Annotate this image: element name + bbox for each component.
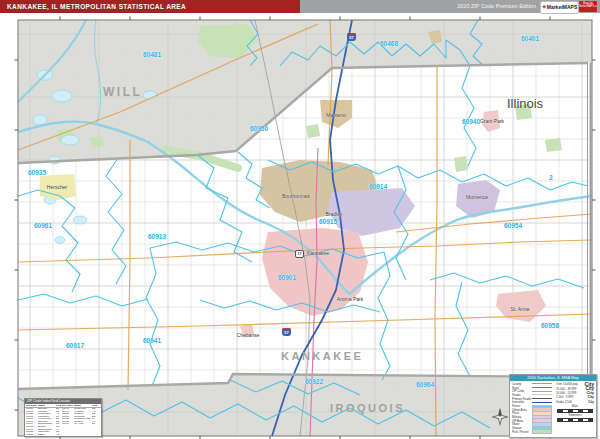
city-label: Bourbonnais [282, 193, 310, 199]
zip-code-label: 60913 [148, 233, 166, 240]
zip-code-label: 60964 [416, 381, 434, 388]
city-label: Bradley [326, 211, 343, 217]
title-bar: KANKAKEE, IL METROPOLITAN STATISTICAL AR… [0, 0, 600, 13]
county-label-iroquois: IROQUOIS [330, 402, 405, 414]
zip-code-label: 60914 [369, 183, 387, 190]
state-label: Illinois [507, 96, 543, 111]
scale-bar-icon [557, 409, 593, 413]
county-label-kankakee: KANKAKEE [281, 350, 363, 362]
zip-code-label: 60917 [66, 342, 84, 349]
legend-pop-rows: Over 50,000 pop.City25,000 - 49,999City1… [556, 382, 594, 404]
interstate-shield-icon: 57 [282, 328, 291, 336]
city-label: Kankakee [307, 250, 329, 256]
legend-symbols: CountyStateZIP CodeRoadsPrimary RoadsInt… [512, 382, 556, 434]
zip-index-row: 60935EssexA2 [25, 434, 101, 437]
grid-ref-label: 2 [549, 174, 553, 181]
map-title: KANKAKEE, IL METROPOLITAN STATISTICAL AR… [7, 0, 186, 13]
map-poster: KANKAKEE, IL METROPOLITAN STATISTICAL AR… [0, 0, 600, 439]
legend-pop-item: Under 2,500City [556, 400, 594, 404]
logo-badge: Maps by MarketMAPS.com [579, 1, 597, 12]
state-route-shield-icon: 17 [295, 250, 304, 258]
city-label: Chebanse [237, 332, 260, 338]
legend-body: CountyStateZIP CodeRoadsPrimary RoadsInt… [510, 381, 596, 435]
zip-code-label: 60401 [521, 35, 539, 42]
zip-index-rows: ZIP CodeNameGridZIP CodeNameGrid60401Bee… [25, 404, 101, 436]
compass-rose-icon [491, 406, 509, 428]
marketmaps-logo: ✷MarketMAPS [540, 1, 579, 14]
zip-code-label: 60940 [462, 118, 480, 125]
scale-bar-km: Kilometers [556, 414, 594, 421]
city-label: Herscher [47, 184, 67, 190]
city-label: St. Anne [511, 306, 530, 312]
zip-code-label: 60954 [504, 222, 522, 229]
zip-code-label: 60922 [305, 378, 323, 385]
city-label: Momence [466, 194, 488, 200]
county-label-will: WILL [103, 85, 142, 99]
zip-index-table: ZIP Code Index/Grid Locator ZIP CodeName… [24, 398, 102, 437]
city-label: Grant Park [480, 118, 504, 124]
scale-bar-icon [557, 418, 593, 422]
logo-name: MarketMAPS [547, 4, 578, 10]
zip-code-label: 60958 [541, 322, 559, 329]
zip-code-label: 60901 [278, 274, 296, 281]
edition-label: 2020 ZIP Code Premium Edition [457, 0, 536, 13]
zip-code-label: 60941 [143, 337, 161, 344]
zip-code-label: 60961 [34, 222, 52, 229]
scale-bar-miles: Miles [556, 405, 594, 412]
map-legend: 2020 Kankakee, IL MSA Map CountyStateZIP… [509, 374, 597, 438]
interstate-shield-icon: 57 [347, 33, 356, 41]
legend-populations: Over 50,000 pop.City25,000 - 49,999City1… [556, 382, 594, 434]
city-label: Manteno [326, 112, 345, 118]
zip-code-label: 60950 [250, 125, 268, 132]
zip-code-label: 60481 [143, 51, 161, 58]
zip-code-label: 60468 [380, 40, 398, 47]
legend-area-item: Park / Forest [512, 430, 556, 434]
zip-code-label: 60915 [319, 218, 337, 225]
zip-code-label: 60935 [28, 169, 46, 176]
city-label: Aroma Park [337, 296, 363, 302]
